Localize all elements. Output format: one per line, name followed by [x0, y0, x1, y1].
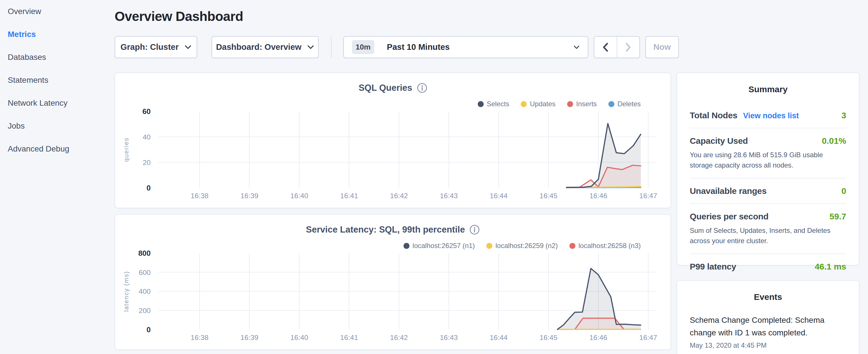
svg-text:16:42: 16:42 [390, 333, 408, 342]
page-title: Overview Dashboard [115, 9, 243, 24]
svg-text:16:41: 16:41 [340, 192, 358, 200]
time-prev-button[interactable] [594, 37, 617, 58]
event-timestamp: May 13, 2020 at 4:45 PM [690, 342, 846, 349]
svg-text:60: 60 [143, 107, 151, 116]
summary-label: Queries per second [690, 212, 769, 221]
summary-description: You are using 28.6 MiB of 515.9 GiB usab… [690, 150, 842, 170]
summary-row-head: Total NodesView nodes list3 [690, 110, 846, 120]
svg-text:16:42: 16:42 [390, 192, 408, 200]
time-pager [594, 36, 640, 58]
summary-row-head: P99 latency46.1 ms [690, 262, 846, 271]
events-title: Events [690, 292, 846, 302]
sidebar-item-statements[interactable]: Statements [8, 69, 108, 92]
dashboard-dropdown-label: Dashboard: Overview [216, 42, 302, 52]
summary-value: 59.7 [830, 212, 846, 221]
svg-text:16:47: 16:47 [639, 333, 657, 342]
svg-text:16:40: 16:40 [290, 333, 308, 342]
service-latency-chart-panel: Service Latency: SQL, 99th percentile lo… [115, 214, 671, 350]
summary-title: Summary [690, 85, 846, 94]
graph-dropdown-label: Graph: Cluster [120, 42, 179, 52]
svg-text:16:43: 16:43 [440, 192, 458, 200]
summary-value: 0 [841, 186, 846, 196]
svg-text:16:44: 16:44 [490, 192, 508, 200]
svg-text:800: 800 [138, 249, 150, 257]
svg-text:16:38: 16:38 [191, 192, 208, 200]
svg-text:0: 0 [147, 184, 150, 192]
summary-row-capacity-used: Capacity Used0.01%You are using 28.6 MiB… [690, 128, 846, 179]
sidebar-item-network-latency[interactable]: Network Latency [8, 92, 108, 115]
svg-text:16:46: 16:46 [589, 333, 607, 342]
sql-queries-chart[interactable]: 16:3816:3916:4016:4116:4216:4316:4416:45… [115, 73, 671, 207]
time-range-selector[interactable]: 10m Past 10 Minutes [343, 36, 588, 58]
now-button[interactable]: Now [645, 36, 679, 58]
summary-label: Capacity Used [690, 136, 748, 146]
summary-label: Unavailable ranges [690, 186, 767, 196]
svg-text:16:47: 16:47 [639, 192, 657, 200]
summary-rows: Total NodesView nodes list3Capacity Used… [690, 103, 846, 279]
svg-text:queries: queries [123, 137, 130, 162]
summary-description: Sum of Selects, Updates, Inserts, and De… [690, 225, 842, 246]
summary-value: 0.01% [822, 136, 846, 146]
svg-text:16:46: 16:46 [589, 192, 607, 200]
summary-row-head: Capacity Used0.01% [690, 136, 846, 146]
svg-text:16:45: 16:45 [539, 192, 557, 200]
summary-value: 3 [841, 110, 846, 120]
chevron-down-icon [185, 45, 191, 49]
dashboard-dropdown[interactable]: Dashboard: Overview [212, 36, 319, 58]
svg-text:16:45: 16:45 [539, 333, 557, 342]
svg-text:20: 20 [143, 158, 151, 166]
svg-text:latency (ms): latency (ms) [123, 271, 130, 312]
chevron-down-icon [307, 45, 314, 49]
sidebar-item-jobs[interactable]: Jobs [8, 115, 108, 137]
graph-dropdown[interactable]: Graph: Cluster [115, 36, 197, 58]
summary-row-queries-per-second: Queries per second59.7Sum of Selects, Up… [690, 204, 846, 254]
svg-text:16:41: 16:41 [340, 333, 358, 342]
svg-text:16:40: 16:40 [290, 192, 308, 200]
summary-row-p99-latency: P99 latency46.1 ms [690, 254, 846, 279]
svg-text:40: 40 [143, 133, 151, 141]
svg-text:16:39: 16:39 [241, 192, 258, 200]
summary-panel: Summary Total NodesView nodes list3Capac… [677, 72, 859, 265]
time-range-label: Past 10 Minutes [387, 42, 568, 52]
sidebar-item-metrics[interactable]: Metrics [8, 23, 108, 46]
event-item[interactable]: Schema Change Completed: Schema change w… [690, 314, 846, 349]
summary-value: 46.1 ms [815, 262, 846, 271]
summary-row-head: Unavailable ranges0 [690, 186, 846, 196]
svg-text:0: 0 [147, 326, 150, 334]
svg-text:200: 200 [139, 307, 151, 315]
summary-row-total-nodes: Total NodesView nodes list3 [690, 103, 846, 128]
time-next-button[interactable] [617, 37, 640, 58]
svg-text:400: 400 [139, 287, 151, 295]
events-panel: Events Schema Change Completed: Schema c… [677, 280, 859, 354]
chevron-left-icon [601, 42, 610, 53]
sql-queries-chart-panel: SQL Queries SelectsUpdatesInsertsDeletes… [115, 72, 671, 208]
summary-label: P99 latency [690, 262, 736, 271]
svg-text:600: 600 [139, 268, 151, 277]
time-range-badge: 10m [352, 40, 374, 54]
summary-row-head: Queries per second59.7 [690, 212, 846, 221]
chevron-down-icon [574, 45, 580, 49]
sidebar: OverviewMetricsDatabasesStatementsNetwor… [8, 0, 108, 160]
summary-row-unavailable-ranges: Unavailable ranges0 [690, 179, 846, 204]
controls-divider [331, 36, 332, 58]
sidebar-item-advanced-debug[interactable]: Advanced Debug [8, 137, 108, 160]
summary-label: Total Nodes [690, 110, 737, 120]
chevron-right-icon [624, 42, 632, 53]
event-message: Schema Change Completed: Schema change w… [690, 314, 834, 339]
svg-text:16:44: 16:44 [490, 333, 508, 342]
view-nodes-list-link[interactable]: View nodes list [743, 111, 799, 120]
service-latency-chart[interactable]: 16:3816:3916:4016:4116:4216:4316:4416:45… [115, 215, 671, 349]
svg-text:16:43: 16:43 [440, 333, 458, 342]
svg-text:16:39: 16:39 [241, 333, 258, 342]
svg-text:16:38: 16:38 [191, 333, 208, 342]
sidebar-item-databases[interactable]: Databases [8, 46, 108, 69]
events-list: Schema Change Completed: Schema change w… [690, 314, 846, 349]
sidebar-item-overview[interactable]: Overview [8, 0, 108, 23]
